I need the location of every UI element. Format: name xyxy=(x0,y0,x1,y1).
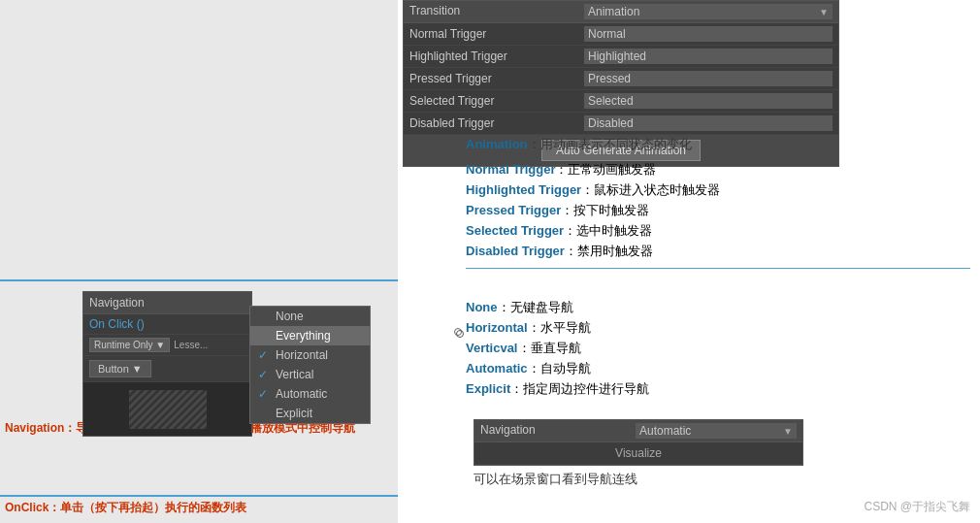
nav-panel-header: Navigation xyxy=(83,292,251,314)
dropdown-item-explicit[interactable]: Explicit xyxy=(250,404,370,423)
top-divider xyxy=(0,279,398,281)
nav-runtime-row: Runtime Only ▼ Lesse... xyxy=(83,335,251,356)
navigation-panel: Navigation On Click () Runtime Only ▼ Le… xyxy=(82,291,252,437)
dropdown-item-automatic[interactable]: ✓ Automatic xyxy=(250,384,370,404)
navigation-dropdown: None Everything ✓ Horizontal ✓ Vertical … xyxy=(249,306,371,424)
transition-col1-header: Transition xyxy=(409,4,584,19)
transition-row-pressed: Pressed Trigger Pressed xyxy=(404,68,838,90)
dropdown-item-everything[interactable]: Everything xyxy=(250,326,370,345)
nav-dropdown-arrow: ▼ xyxy=(783,426,793,437)
nav-explanation: None：无键盘导航 Horizontal：水平导航 Verticval：垂直导… xyxy=(466,299,970,401)
animation-title: Animation：用动画表示不同状态的变化 xyxy=(466,136,970,153)
transition-row-disabled: Disabled Trigger Disabled xyxy=(404,113,838,135)
watermark: CSDN @于指尖飞舞 xyxy=(864,499,970,515)
transition-header: Transition Animation ▼ xyxy=(404,1,838,23)
nav-onclick-row[interactable]: On Click () xyxy=(83,314,251,335)
transition-explanation: Animation：用动画表示不同状态的变化 Normal Trigger：正常… xyxy=(466,136,970,269)
nav-bottom-note: 可以在场景窗口看到导航连线 xyxy=(474,471,637,488)
dropdown-arrow-icon: ▼ xyxy=(819,7,829,17)
dropdown-item-vertical[interactable]: ✓ Vertical xyxy=(250,365,370,384)
nav-preview-area xyxy=(83,382,251,436)
transition-row-normal: Normal Trigger Normal xyxy=(404,23,838,46)
nav-button-row: Button ▼ xyxy=(83,356,251,382)
dropdown-item-none[interactable]: None xyxy=(250,307,370,326)
dropdown-item-horizontal[interactable]: ✓ Horizontal xyxy=(250,345,370,365)
bullet-circle xyxy=(456,330,464,338)
transition-row-highlighted: Highlighted Trigger Highlighted xyxy=(404,46,838,68)
transition-row-selected: Selected Trigger Selected xyxy=(404,90,838,113)
bottom-divider xyxy=(0,495,398,497)
onclick-annotation: OnClick：单击（按下再抬起）执行的函数列表 xyxy=(5,500,572,516)
transition-col2-header: Animation ▼ xyxy=(584,4,833,19)
